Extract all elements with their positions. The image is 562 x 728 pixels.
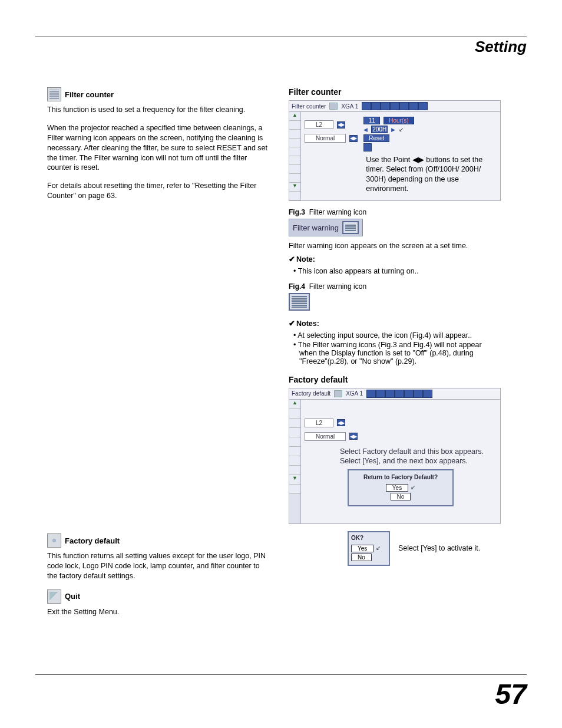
ui-tab[interactable] [376,390,385,398]
filter-warning-text: Filter warning [293,223,339,232]
sidebar-exit[interactable] [289,485,300,494]
sidebar-exit[interactable] [289,192,300,200]
scroll-up-icon[interactable] [289,112,300,121]
factory-default-annot2: Select [Yes] to activate it. [398,543,480,553]
sidebar-item[interactable] [289,156,300,165]
exit-icon[interactable] [363,143,372,151]
heading-text: Filter counter [65,90,114,99]
scroll-up-icon[interactable] [289,400,300,409]
hours-value: 11 [363,117,380,124]
ui-titlebar-chip [329,103,338,110]
filter-warning-bar: Filter warning [289,219,363,236]
dialog1-yes-button[interactable]: Yes [386,484,408,492]
fig4-label: Fig.4 Filter warning icon [289,282,501,291]
column-left: Filter counter This function is used to … [47,87,271,625]
filter-icon [47,87,61,101]
heading-filter-counter-right: Filter counter [289,87,501,97]
left-right-arrows-icon[interactable]: ◀▶ [349,433,358,440]
heading-filter-counter-left: Filter counter [47,87,271,101]
filter-warning-icon-large [289,293,310,311]
ui-titlebar-chip [334,390,342,397]
hours-label: Hour(s) [384,117,414,124]
ui-tab[interactable] [418,102,428,110]
column-right: Filter counter Filter counter XGA 1 [289,87,501,625]
confirm-dialog-2: OK? Yes↙ No [348,531,390,566]
left-right-arrows-icon[interactable]: ◀▶ [337,121,345,129]
left-right-arrows-icon[interactable]: ◀▶ [349,135,358,142]
confirm-dialog-1: Return to Factory Default? Yes↙ No [348,469,454,506]
option-normal[interactable]: Normal [305,134,346,143]
sidebar-item[interactable] [289,147,300,156]
right-arrow-icon[interactable]: ▶ [391,127,395,133]
factory-default-annot1: Select Factory default and this box appe… [340,447,497,466]
left-right-arrows-icon[interactable]: ◀▶ [337,419,345,426]
pointer-icon: ↙ [411,484,415,492]
pointer-icon: ↙ [399,126,404,133]
ui-mode: XGA 1 [346,390,363,397]
para-fc-2: When the projector reached a specified t… [47,123,271,173]
sidebar-item[interactable] [289,428,300,437]
dialog2-no-button[interactable]: No [351,554,372,561]
scroll-down-icon[interactable] [289,475,300,485]
notes-list: At selecting input source, the icon (Fig… [299,331,501,365]
ui-tab[interactable] [409,102,418,110]
notes-heading: Notes: [289,319,501,328]
sidebar-item[interactable] [289,121,300,130]
para-fd: This function returns all setting values… [47,551,271,581]
ui-title: Factory default [292,390,330,397]
ui-sidebar [289,112,301,200]
reset-button[interactable]: Reset [363,134,389,142]
para-quit: Exit the Setting Menu. [47,607,271,617]
sidebar-item[interactable] [289,174,300,183]
sidebar-item[interactable] [289,447,300,456]
fig3-label: Fig.3 Filter warning icon [289,208,501,216]
factory-default-icon [47,533,61,548]
sidebar-item[interactable] [289,466,300,475]
filter-warning-icon [342,221,359,234]
heading-factory-default-left: Factory default [47,533,271,548]
ui-tab[interactable] [385,390,395,398]
sidebar-item[interactable] [289,437,300,447]
ui-tab[interactable] [390,102,399,110]
dialog2-yes-button[interactable]: Yes [351,545,373,552]
ui-tab[interactable] [404,390,414,398]
notes-item-2: The Filter warning icons (Fig.3 and Fig.… [299,341,501,365]
quit-icon [47,589,61,604]
sidebar-item[interactable] [289,165,300,174]
note1-list: This icon also appears at turning on.. [299,267,501,275]
factory-default-ui: Factory default XGA 1 [289,388,501,524]
ui-tab[interactable] [399,102,409,110]
sidebar-item[interactable] [289,139,300,147]
ui-tab[interactable] [414,390,423,398]
sidebar-item[interactable] [289,130,300,139]
sidebar-item[interactable] [289,409,300,419]
scroll-down-icon[interactable] [289,183,300,192]
sidebar-item[interactable] [289,419,300,428]
ui-tab[interactable] [362,102,371,110]
option-l2[interactable]: L2 [305,419,333,427]
option-l2[interactable]: L2 [305,120,333,129]
dialog1-no-button[interactable]: No [391,493,411,500]
para-fc-1: This function is used to set a frequency… [47,105,271,115]
page-header-title: Setting [475,38,527,56]
timer-value[interactable]: 200H [371,126,388,133]
sidebar-item[interactable] [289,456,300,466]
ui-mode: XGA 1 [341,103,358,110]
para-fc-3: For details about resetting the timer, r… [47,181,271,201]
left-arrow-icon[interactable]: ◀ [363,127,368,133]
notes-item-1: At selecting input source, the icon (Fig… [299,331,501,340]
ui-tab[interactable] [366,390,376,398]
option-normal[interactable]: Normal [305,432,346,441]
heading-quit: Quit [47,589,271,604]
heading-text: Quit [65,592,80,601]
ui-title: Filter counter [292,103,326,110]
ui-tab[interactable] [371,102,381,110]
ui-tabstrip [362,102,428,110]
dialog1-question: Return to Factory Default? [352,474,449,480]
ui-tab[interactable] [395,390,404,398]
heading-text: Factory default [65,536,120,545]
heading-factory-default-right: Factory default [289,375,501,384]
ui-tab[interactable] [381,102,390,110]
ui-tab[interactable] [423,390,432,398]
note-heading-1: Note: [289,255,501,263]
